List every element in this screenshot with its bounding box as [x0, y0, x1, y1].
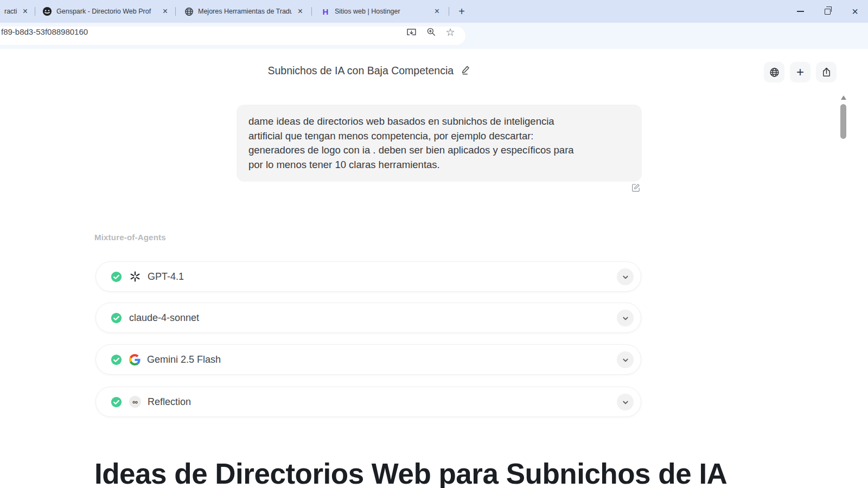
restore-button[interactable]	[819, 0, 835, 23]
edit-title-icon[interactable]	[461, 65, 471, 77]
hostinger-favicon-icon: H	[321, 7, 330, 16]
language-globe-button[interactable]	[764, 62, 784, 82]
globe-favicon-icon	[184, 7, 194, 16]
tab-herramientas[interactable]: Mejores Herramientas de Tradu ×	[180, 2, 309, 21]
user-message-line: dame ideas de directorios web basados en…	[248, 114, 630, 129]
tab-label: Genspark - Directorio Web Prof	[56, 8, 157, 15]
scrollbar-up-arrow[interactable]	[841, 95, 846, 100]
user-message-bubble: dame ideas de directorios web basados en…	[237, 105, 642, 182]
page-title: Subnichos de IA con Baja Competencia	[268, 65, 454, 76]
tab-genspark[interactable]: Genspark - Directorio Web Prof ×	[38, 2, 174, 21]
page-content: Subnichos de IA con Baja Competencia + d…	[0, 49, 868, 488]
section-label: Mixture-of-Agents	[94, 233, 166, 242]
share-button[interactable]	[816, 62, 837, 82]
agent-name: Reflection	[148, 396, 191, 408]
tab-partial[interactable]: ractiv ×	[0, 2, 34, 21]
install-app-icon[interactable]	[405, 25, 418, 38]
genspark-favicon-icon	[42, 7, 52, 16]
tab-separator	[175, 7, 176, 16]
openai-logo-icon	[129, 271, 141, 282]
new-tab-button[interactable]: +	[455, 4, 469, 18]
scrollbar-thumb[interactable]	[840, 104, 846, 139]
browser-window: ractiv × Genspark - Directorio Web Prof …	[0, 0, 868, 488]
tab-separator	[35, 7, 35, 16]
minimize-icon	[797, 11, 804, 12]
page-actions: +	[764, 62, 837, 82]
expand-chevron-button[interactable]	[617, 310, 634, 326]
google-logo-icon	[129, 354, 141, 365]
tab-hostinger[interactable]: H Sitios web | Hostinger ×	[316, 2, 445, 21]
restore-icon	[825, 9, 831, 15]
tab-close-icon[interactable]: ×	[296, 7, 304, 16]
tab-label: Mejores Herramientas de Tradu	[198, 8, 292, 15]
agent-card-gpt[interactable]: GPT-4.1	[95, 261, 641, 292]
edit-message-icon[interactable]	[631, 183, 641, 195]
expand-chevron-button[interactable]	[617, 351, 634, 368]
agent-card-reflection[interactable]: ∞ Reflection	[95, 387, 641, 417]
browser-toolbar: f89-b8d3-53f088980160 ☆ f? [h/] A P	[0, 23, 868, 49]
url-text[interactable]: f89-b8d3-53f088980160	[1, 27, 88, 36]
close-icon: ×	[852, 6, 858, 17]
check-icon	[111, 271, 122, 282]
bookmark-star-icon[interactable]: ☆	[444, 25, 457, 38]
check-icon	[111, 312, 122, 324]
tab-close-icon[interactable]: ×	[21, 7, 29, 16]
tab-strip: ractiv × Genspark - Directorio Web Prof …	[0, 0, 868, 23]
agent-card-claude[interactable]: claude-4-sonnet	[95, 303, 641, 333]
expand-chevron-button[interactable]	[617, 394, 634, 410]
agent-name: Gemini 2.5 Flash	[147, 354, 221, 365]
expand-chevron-button[interactable]	[617, 268, 634, 285]
infinity-icon: ∞	[129, 396, 141, 408]
agent-card-gemini[interactable]: Gemini 2.5 Flash	[95, 344, 641, 375]
tab-close-icon[interactable]: ×	[433, 7, 441, 16]
zoom-icon[interactable]	[425, 25, 438, 38]
response-heading: Ideas de Directorios Web para Subnichos …	[94, 457, 727, 488]
user-message-line: por lo menos tener 10 claras herramienta…	[248, 158, 630, 172]
check-icon	[111, 354, 122, 365]
tab-separator	[311, 7, 312, 16]
user-message-line: generadores de logo con ia . deben ser b…	[248, 143, 630, 158]
close-button[interactable]: ×	[846, 0, 864, 23]
agent-name: claude-4-sonnet	[129, 312, 199, 324]
check-icon	[111, 396, 122, 408]
page-title-row: Subnichos de IA con Baja Competencia	[94, 64, 644, 78]
tab-separator	[449, 7, 449, 16]
tab-close-icon[interactable]: ×	[161, 7, 169, 16]
new-chat-button[interactable]: +	[790, 62, 810, 82]
agent-name: GPT-4.1	[148, 271, 184, 282]
tab-label: ractiv	[4, 8, 17, 15]
user-message-line: artificial que tengan menos competencia,…	[248, 129, 630, 144]
tab-label: Sitios web | Hostinger	[335, 8, 400, 15]
minimize-button[interactable]	[792, 0, 808, 23]
